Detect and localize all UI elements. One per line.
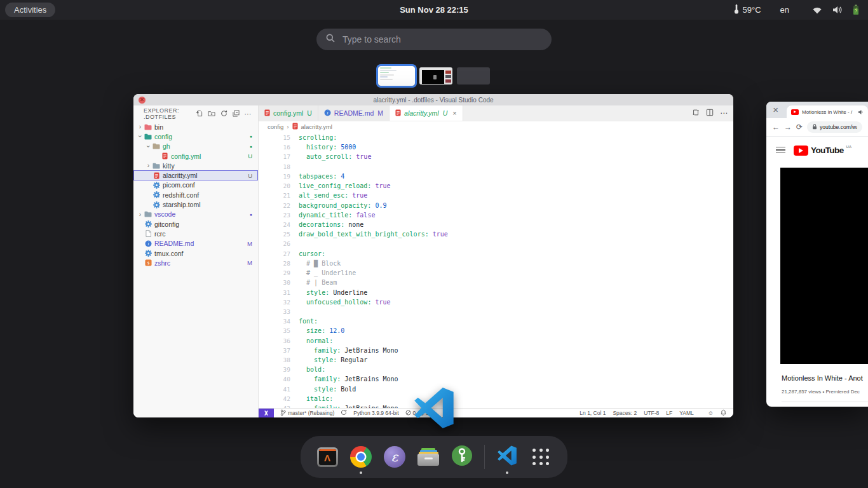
- close-tab-icon[interactable]: ×: [452, 109, 456, 117]
- code-line[interactable]: 37 family: JetBrains Mono: [259, 346, 733, 355]
- workspace-thumbnail-2[interactable]: [419, 67, 452, 85]
- code-line[interactable]: 17 auto_scroll: true: [259, 152, 733, 161]
- tree-item[interactable]: ›bin: [133, 122, 258, 132]
- new-file-icon[interactable]: [196, 110, 203, 118]
- code-line[interactable]: 19tabspaces: 4: [259, 172, 733, 181]
- tree-item[interactable]: redshift.conf: [133, 190, 258, 200]
- breadcrumb-file[interactable]: alacritty.yml: [301, 123, 332, 130]
- video-player[interactable]: [780, 167, 868, 364]
- tree-item[interactable]: ›vscode●: [133, 210, 258, 219]
- code-line[interactable]: 21alt_send_esc: true: [259, 191, 733, 200]
- tree-item[interactable]: $zshrcM: [133, 258, 258, 268]
- overview-search[interactable]: [316, 29, 552, 50]
- system-status-area[interactable]: 59°C en: [734, 4, 860, 16]
- menu-icon[interactable]: [776, 147, 785, 154]
- code-line[interactable]: 16 history: 5000: [259, 142, 733, 152]
- editor-more-icon[interactable]: ⋯: [720, 109, 728, 118]
- editor-tab[interactable]: config.ymlU: [259, 105, 318, 121]
- code-line[interactable]: 40 family: JetBrains Mono: [259, 374, 733, 384]
- chrome-window[interactable]: ✕ Motionless In White - / ← → ⟳ youtube.…: [766, 102, 868, 407]
- status-item[interactable]: Ln 1, Col 1: [580, 410, 606, 416]
- code-line[interactable]: 26: [259, 239, 733, 248]
- dock-item-chrome[interactable]: [349, 445, 372, 468]
- code-line[interactable]: 18: [259, 162, 733, 172]
- code-line[interactable]: 28 # █ Block: [259, 259, 733, 268]
- tree-item[interactable]: gitconfig: [133, 219, 258, 229]
- tree-item[interactable]: starship.toml: [133, 200, 258, 209]
- code-line[interactable]: 32 unfocused_hollow: true: [259, 297, 733, 307]
- tree-item[interactable]: ›config●: [133, 132, 258, 141]
- dock-item-app-grid[interactable]: [529, 445, 552, 468]
- code-line[interactable]: 23dynamic_title: false: [259, 210, 733, 220]
- dock-item-vscode[interactable]: [496, 445, 519, 468]
- new-folder-icon[interactable]: [208, 110, 215, 118]
- dock-item-files[interactable]: [417, 445, 440, 468]
- code-line[interactable]: 15scrolling:: [259, 133, 733, 142]
- code-line[interactable]: 27cursor:: [259, 249, 733, 259]
- code-editor[interactable]: 15scrolling:16 history: 500017 auto_scro…: [259, 132, 733, 408]
- editor-tab[interactable]: iREADME.mdM: [318, 105, 390, 121]
- vscode-app-icon[interactable]: [413, 387, 455, 429]
- keyboard-layout-indicator[interactable]: en: [780, 5, 789, 15]
- code-line[interactable]: 25draw_bold_text_with_bright_colors: tru…: [259, 229, 733, 239]
- status-item[interactable]: YAML: [679, 410, 694, 416]
- workspace-thumbnail-1[interactable]: [378, 66, 415, 86]
- code-line[interactable]: 22background_opacity: 0.9: [259, 201, 733, 210]
- dock-item-alacritty[interactable]: Λ: [316, 445, 339, 468]
- sync-button[interactable]: [341, 409, 347, 417]
- code-line[interactable]: 38 style: Regular: [259, 355, 733, 365]
- collapse-folders-icon[interactable]: [233, 110, 240, 118]
- dock-item-keepassxc[interactable]: [451, 445, 473, 468]
- window-close-button[interactable]: ✕: [139, 97, 146, 104]
- code-line[interactable]: 35 size: 12.0: [259, 326, 733, 336]
- activities-button[interactable]: Activities: [5, 3, 55, 17]
- forward-icon[interactable]: →: [784, 123, 792, 132]
- remote-indicator[interactable]: [259, 409, 274, 417]
- notifications-bell-icon[interactable]: [721, 409, 726, 417]
- tree-item[interactable]: alacritty.ymlU: [133, 170, 258, 180]
- clock[interactable]: Sun Nov 28 22:15: [400, 5, 468, 15]
- status-item[interactable]: Spaces: 2: [613, 410, 637, 416]
- tree-item[interactable]: iREADME.mdM: [133, 239, 258, 248]
- status-item[interactable]: LF: [666, 410, 672, 416]
- tree-item[interactable]: ›gh●: [133, 142, 258, 151]
- code-line[interactable]: 24decorations: none: [259, 220, 733, 229]
- git-branch-status[interactable]: master* (Rebasing): [280, 409, 334, 417]
- code-line[interactable]: 20live_config_reload: true: [259, 181, 733, 191]
- status-item[interactable]: UTF-8: [644, 410, 659, 416]
- tree-item[interactable]: rcrc: [133, 229, 258, 238]
- tab-audio-icon[interactable]: [858, 106, 864, 118]
- code-line[interactable]: 33: [259, 307, 733, 316]
- breadcrumb[interactable]: config › alacritty.yml: [259, 121, 733, 132]
- editor-tab[interactable]: alacritty.ymlU×: [390, 105, 463, 121]
- code-line[interactable]: 42 italic:: [259, 394, 733, 403]
- code-line[interactable]: 29 # _ Underline: [259, 268, 733, 278]
- search-input[interactable]: [341, 34, 542, 45]
- chrome-active-tab[interactable]: Motionless In White - /: [787, 105, 868, 118]
- vscode-window[interactable]: ✕ alacritty.yml - .dotfiles - Visual Stu…: [133, 94, 733, 417]
- tree-item[interactable]: ›kitty: [133, 161, 258, 170]
- feedback-icon[interactable]: ☺: [708, 410, 714, 416]
- address-bar[interactable]: youtube.com/wa: [807, 121, 862, 133]
- code-line[interactable]: 36 normal:: [259, 336, 733, 346]
- tree-item[interactable]: tmux.conf: [133, 248, 258, 258]
- reload-icon[interactable]: ⟳: [796, 123, 803, 132]
- python-interpreter[interactable]: Python 3.9.9 64-bit: [353, 410, 398, 416]
- tab-close-icon[interactable]: ✕: [773, 106, 778, 114]
- code-line[interactable]: 30 # | Beam: [259, 278, 733, 287]
- workspace-thumbnail-3[interactable]: [457, 67, 490, 85]
- code-line[interactable]: 43 family: JetBrains Mono: [259, 403, 733, 408]
- code-line[interactable]: 39 bold:: [259, 365, 733, 374]
- tree-item[interactable]: config.ymlU: [133, 151, 258, 161]
- split-editor-icon[interactable]: [706, 107, 714, 119]
- more-actions-icon[interactable]: ⋯: [245, 110, 252, 118]
- code-line[interactable]: 41 style: Bold: [259, 384, 733, 394]
- tree-item[interactable]: picom.conf: [133, 180, 258, 190]
- open-changes-icon[interactable]: [692, 107, 700, 119]
- refresh-icon[interactable]: [220, 110, 227, 118]
- back-icon[interactable]: ←: [772, 123, 780, 132]
- code-line[interactable]: 34font:: [259, 316, 733, 326]
- breadcrumb-folder[interactable]: config: [268, 123, 283, 130]
- dock-item-emacs[interactable]: ε: [383, 445, 406, 468]
- code-line[interactable]: 31 style: Underline: [259, 288, 733, 297]
